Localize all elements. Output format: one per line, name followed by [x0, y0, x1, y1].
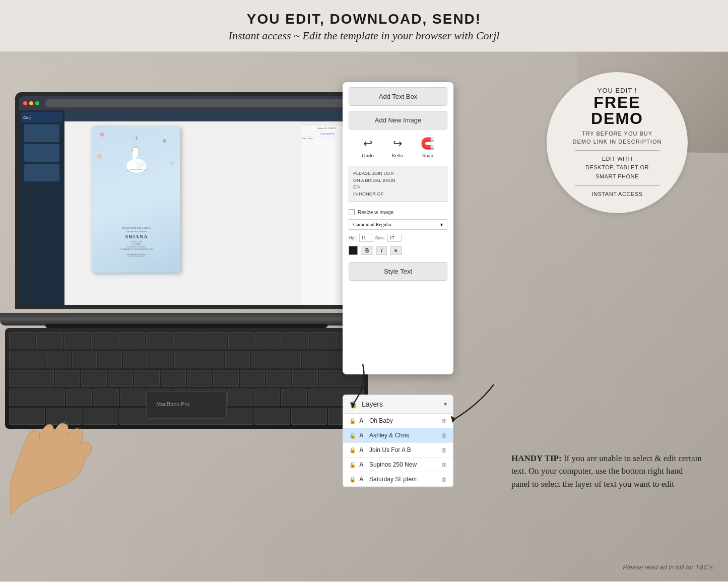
- layer-item[interactable]: 🔒 A Saturday SEptem 🗑: [343, 472, 453, 487]
- key: [266, 370, 291, 387]
- undo-item[interactable]: ↩ Undo: [362, 137, 374, 158]
- invitation-card-preview: ✝: [92, 126, 180, 273]
- demo-divider-1: [575, 150, 659, 151]
- key: [254, 408, 290, 425]
- key: [227, 389, 253, 406]
- layer-type-icon: A: [359, 446, 366, 454]
- size-input[interactable]: 17: [387, 234, 402, 242]
- demo-free-label: FREE: [593, 94, 640, 110]
- add-new-image-button[interactable]: Add New Image: [349, 111, 447, 130]
- laptop-screen: Corjl ✝: [19, 96, 354, 305]
- key: [255, 332, 282, 349]
- layer-item-highlighted[interactable]: 🔒 A Ashley & Chris 🗑: [343, 428, 453, 443]
- panel-icons-row: ↩ Undo ↪ Redo 🧲 Snap: [343, 130, 453, 161]
- key: [281, 389, 307, 406]
- layer-type-icon: A: [359, 476, 366, 483]
- layer-item[interactable]: 🔒 A Join Us For A B 🗑: [343, 443, 453, 458]
- keyboard-row-2: [9, 351, 364, 368]
- key: [93, 389, 118, 406]
- key: [9, 332, 35, 349]
- layer-delete-icon[interactable]: 🗑: [441, 462, 447, 468]
- curved-arrow-2-svg: [438, 379, 504, 430]
- key: [91, 332, 117, 349]
- curved-arrow-svg: [322, 354, 383, 415]
- layer-item[interactable]: 🔒 A Supinos 250 New 🗑: [343, 458, 453, 472]
- height-label: Hgt:: [349, 235, 357, 240]
- layer-lock-icon: 🔒: [349, 432, 356, 439]
- sidebar-item-1[interactable]: [24, 124, 59, 142]
- corjl-interface: Corjl ✝: [19, 110, 354, 305]
- layer-lock-icon: 🔒: [349, 476, 356, 483]
- key: [149, 351, 173, 368]
- align-button[interactable]: ≡: [390, 246, 402, 255]
- color-swatch[interactable]: [349, 246, 358, 255]
- layer-name: Join Us For A B: [369, 446, 439, 454]
- add-text-box-button[interactable]: Add Text Box: [349, 87, 447, 106]
- snap-icon: 🧲: [421, 137, 434, 150]
- handy-tip-label: HANDY TIP:: [511, 454, 562, 463]
- snap-item[interactable]: 🧲 Snap: [421, 137, 434, 158]
- layer-item[interactable]: 🔒 A Oh Baby 🗑: [343, 414, 453, 428]
- laptop-body: Corjl ✝: [15, 92, 358, 309]
- browser-address-bar[interactable]: [45, 99, 350, 107]
- laptop-base-bottom: [45, 324, 327, 328]
- size-label: Size:: [375, 235, 385, 240]
- key: [251, 351, 276, 368]
- redo-icon: ↪: [393, 137, 402, 150]
- card-name: ARIANA: [92, 234, 180, 239]
- layer-lock-icon: 🔒: [349, 447, 356, 454]
- ui-panel: Add Text Box Add New Image ↩ Undo ↪ Redo…: [343, 82, 453, 374]
- layer-name: Supinos 250 New: [369, 461, 439, 468]
- demo-divider-2: [575, 185, 659, 186]
- key: [292, 370, 317, 387]
- sidebar-item-2[interactable]: [24, 144, 59, 162]
- key: [66, 389, 92, 406]
- redo-item[interactable]: ↪ Redo: [391, 137, 403, 158]
- card-rsvp: RSVP OLIVIA 000 000 000: [92, 255, 180, 257]
- corjl-canvas: ✝: [64, 121, 354, 305]
- layer-delete-icon[interactable]: 🗑: [441, 476, 447, 482]
- key: [254, 389, 280, 406]
- key: [46, 351, 71, 368]
- key: [72, 351, 97, 368]
- corjl-main: ✝: [64, 110, 354, 305]
- key: [55, 370, 80, 387]
- undo-label: Undo: [362, 152, 374, 158]
- laptop-area: Corjl ✝: [0, 52, 383, 515]
- footer-text: Please read ad in full for T&C's: [623, 563, 713, 571]
- top-banner: YOU EDIT, DOWNLOAD, SEND! Instant access…: [0, 0, 728, 52]
- browser-chrome: [19, 96, 354, 110]
- layer-lock-icon: 🔒: [349, 418, 356, 424]
- key: [201, 332, 227, 349]
- height-input[interactable]: 11: [359, 234, 373, 242]
- italic-button[interactable]: I: [376, 246, 387, 255]
- card-text-area: PLEASE JOIN DAVID & OLIVIA FOR THE BAPTI…: [92, 227, 180, 257]
- key: [64, 332, 90, 349]
- font-dropdown[interactable]: Garamond Regular ▾: [349, 219, 447, 230]
- browser-dot-green: [35, 101, 39, 105]
- key: [36, 332, 62, 349]
- layer-delete-icon[interactable]: 🗑: [441, 432, 447, 438]
- sub-headline: Instant access ~ Edit the template in yo…: [0, 29, 728, 42]
- bold-button[interactable]: B: [361, 246, 373, 255]
- key: [146, 332, 172, 349]
- corjl-toolbar: [64, 110, 354, 121]
- key: [118, 332, 145, 349]
- key: [161, 370, 186, 387]
- dropdown-chevron-icon: ▾: [440, 222, 443, 227]
- key: [228, 332, 254, 349]
- style-text-button[interactable]: Style Text: [349, 262, 447, 281]
- demo-demo-label: DEMO: [591, 110, 643, 126]
- key: [277, 351, 301, 368]
- key: [213, 370, 238, 387]
- layer-delete-icon[interactable]: 🗑: [441, 447, 447, 453]
- key: [200, 351, 224, 368]
- card-please-join: PLEASE JOIN DAVID & OLIVIA: [92, 227, 180, 229]
- resize-checkbox[interactable]: [349, 209, 355, 215]
- swan-decoration: [121, 147, 152, 174]
- browser-dot-red: [23, 101, 27, 105]
- key: [225, 351, 250, 368]
- key: [98, 351, 122, 368]
- sidebar-item-3[interactable]: [24, 164, 59, 181]
- hand-svg: [10, 405, 161, 515]
